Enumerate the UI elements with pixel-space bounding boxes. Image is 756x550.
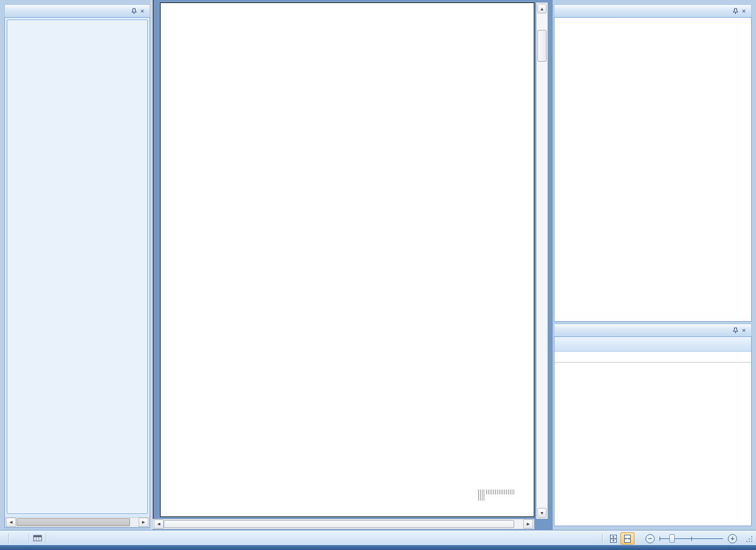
nemetschek-logo [478, 490, 525, 508]
document-preview-area: ▲ ▼ ◄ ► [150, 0, 553, 530]
separator [602, 534, 603, 543]
tasks-header: × [554, 324, 752, 336]
close-icon[interactable]: × [740, 7, 748, 15]
tasks-body [554, 336, 752, 526]
report-page[interactable] [160, 2, 534, 517]
navigator-body: ◄ ► [4, 17, 150, 528]
tasks-toolbar [554, 337, 751, 352]
page-width-button[interactable] [620, 532, 634, 545]
properties-grid [554, 17, 752, 322]
status-bar: − + [0, 530, 756, 550]
navigator-horizontal-scrollbar[interactable]: ◄ ► [5, 517, 150, 527]
navigator-tree [7, 20, 148, 514]
fit-page-button[interactable] [606, 532, 620, 545]
scrollbar-thumb[interactable] [164, 520, 514, 528]
tasks-panel: × [554, 324, 752, 526]
properties-panel: × [554, 4, 752, 322]
scroll-right-icon[interactable]: ► [139, 518, 148, 527]
close-icon[interactable]: × [138, 7, 147, 15]
pin-icon[interactable] [731, 326, 740, 335]
logo-bars-icon [478, 490, 485, 501]
scroll-down-icon[interactable]: ▼ [537, 508, 547, 518]
tasks-column-headers [554, 352, 751, 363]
pin-icon[interactable] [731, 7, 740, 15]
pin-icon[interactable] [129, 7, 138, 15]
scrollbar-thumb[interactable] [537, 30, 547, 62]
window-bottom-edge [0, 545, 756, 550]
zoom-in-button[interactable]: + [728, 534, 737, 543]
resize-grip[interactable] [746, 535, 754, 545]
zoom-out-button[interactable]: − [645, 534, 655, 543]
logo-bars-icon [486, 490, 515, 494]
zoom-slider[interactable] [660, 534, 723, 543]
scrollbar-thumb[interactable] [16, 518, 130, 526]
document-vertical-scrollbar[interactable]: ▲ ▼ [536, 2, 548, 519]
separator [9, 534, 9, 543]
properties-header: × [554, 4, 752, 17]
separator [29, 534, 29, 543]
document-horizontal-scrollbar[interactable]: ◄ ► [153, 519, 534, 529]
dock-edge-line [153, 0, 154, 530]
scroll-up-icon[interactable]: ▲ [537, 4, 547, 13]
navigator-header: × [4, 4, 150, 17]
zoom-slider-thumb[interactable] [669, 534, 675, 543]
scroll-left-icon[interactable]: ◄ [6, 518, 16, 527]
navigator-panel: × ◄ ► [4, 4, 150, 528]
scroll-left-icon[interactable]: ◄ [154, 519, 164, 529]
separator [46, 534, 46, 543]
table-view-icon[interactable] [33, 535, 42, 543]
close-icon[interactable]: × [740, 326, 748, 335]
scroll-right-icon[interactable]: ► [523, 519, 533, 529]
